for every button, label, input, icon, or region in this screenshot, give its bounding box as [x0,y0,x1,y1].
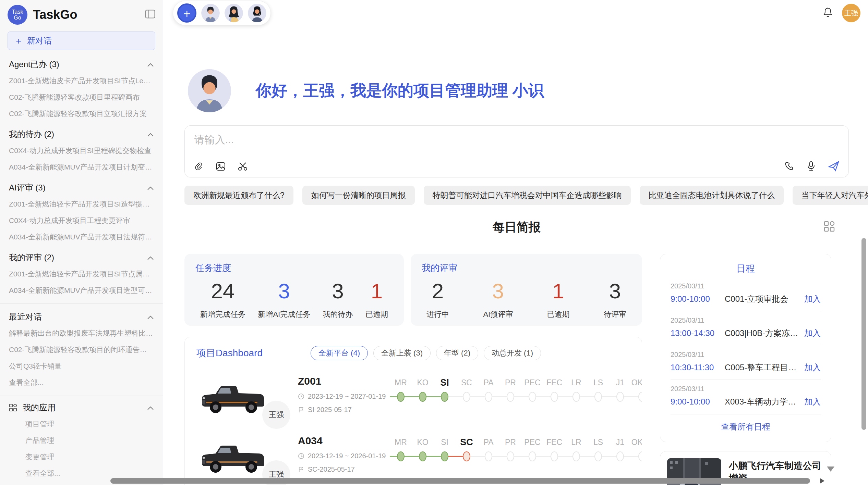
project-row[interactable]: 王强 A034 [196,435,630,480]
sidebar-item[interactable]: Z001-全新燃油轻卡产品开发项目SI节点属性5D文件评审 [0,266,163,282]
sidebar-item[interactable]: C0X4-动力总成开发项目工程变更评审 [0,212,163,229]
milestone[interactable]: PEC [521,376,543,403]
milestone[interactable]: MR [390,376,412,403]
sidebar-toggle-icon[interactable] [145,10,155,20]
milestone-dot-row [412,391,434,403]
horizontal-scrollbar[interactable] [110,478,810,484]
recent-chat-item[interactable]: 公司Q3轻卡销量 [0,358,163,374]
suggestion-chip[interactable]: 欧洲新规最近颁布了什么? [184,186,293,205]
milestone[interactable]: PR [499,376,521,403]
project-row[interactable]: 王强 Z001 [196,375,630,420]
bell-icon[interactable] [823,7,833,19]
suggestion-chip[interactable]: 比亚迪全固态电池计划具体说了什么 [640,186,784,205]
phone-icon[interactable] [784,161,794,171]
milestone[interactable]: OKTB [631,436,642,462]
milestone-dot [441,451,448,461]
scroll-right-arrow[interactable] [820,478,824,484]
milestone[interactable]: LS [587,376,609,403]
scroll-down-arrow[interactable] [827,467,834,472]
milestone[interactable]: SC [456,376,478,403]
schedule-join-link[interactable]: 加入 [804,396,821,407]
suggestion-chip[interactable]: 如何写一份清晰的项目周报 [302,186,415,205]
milestone[interactable]: FEC [543,376,565,403]
layout-toggle-icon[interactable] [823,221,835,234]
milestone[interactable]: SC [456,436,478,462]
milestone[interactable]: MR [390,436,412,462]
dashboard-tab[interactable]: 年型 (2) [436,346,478,360]
chevron-up-icon[interactable] [147,403,154,412]
app-item[interactable]: 变更管理 [0,449,163,465]
chat-input[interactable] [185,126,848,146]
recent-chats-header[interactable]: 最近对话 [0,304,163,325]
recent-view-all[interactable]: 查看全部... [0,374,163,391]
sidebar-item[interactable]: C02-飞腾新能源轻客改款项目里程碑画布 [0,89,163,105]
milestone-dot [616,451,624,461]
sidebar-item[interactable]: C02-飞腾新能源轻客改款项目立项汇报方案 [0,105,163,122]
schedule-join-link[interactable]: 加入 [804,294,821,304]
schedule-join-link[interactable]: 加入 [804,362,821,373]
sidebar-item[interactable]: C0X4-动力总成开发项目SI里程碑提交物检查 [0,142,163,159]
dashboard-tab[interactable]: 全新平台 (4) [311,346,368,360]
sidebar-section-header[interactable]: Agent已办 (3) [0,52,163,73]
milestone[interactable]: J1 [609,376,631,403]
milestone[interactable]: J1 [609,436,631,462]
schedule-event-title: X003-车辆动力学性能验... [725,396,799,407]
user-avatar[interactable]: 王强 [842,4,860,22]
sidebar-section-header[interactable]: 我的评审 (2) [0,245,163,266]
recent-chat-item[interactable]: 解释最新出台的欧盟报废车法规再生塑料比例被调至15%... [0,325,163,341]
app-item[interactable]: 产品管理 [0,432,163,449]
paperclip-icon[interactable] [194,161,204,172]
dashboard-tab[interactable]: 动总开发 (1) [484,346,541,360]
milestone[interactable]: SI [434,436,456,462]
milestone[interactable]: PA [478,436,499,462]
schedule-item: 2025/03/11 13:00-14:30 C003|H0B-方案冻结评审 加… [671,311,821,345]
dashboard-tab[interactable]: 全新上装 (3) [373,346,431,360]
vertical-scrollbar[interactable] [861,238,866,430]
new-chat-button[interactable]: ＋ 新对话 [8,32,155,50]
recent-chat-items: 解释最新出台的欧盟报废车法规再生塑料比例被调至15%... C02-飞腾新能源轻… [0,325,163,374]
sidebar-item[interactable]: A034-全新新能源MUV产品开发项目法规符合性评审 [0,229,163,245]
milestone[interactable]: LR [565,436,587,462]
schedule-join-link[interactable]: 加入 [804,328,821,339]
suggestion-chip[interactable]: 当下年轻人对汽车外观有怎样的喜好趋势 [793,186,868,205]
milestone[interactable]: FEC [543,436,565,462]
my-apps-header[interactable]: 我的应用 [0,397,163,416]
milestone[interactable]: KO [412,376,434,403]
sidebar-item[interactable]: A034-全新新能源MUV产品开发项目造型可行性评审 [0,282,163,299]
sidebar-section-header[interactable]: AI评审 (3) [0,175,163,196]
divider [0,396,163,396]
chevron-up-icon[interactable] [147,312,154,322]
sidebar-item[interactable]: A034-全新新能源MUV产品开发项目计划变更表编写 [0,159,163,175]
milestone[interactable]: LS [587,436,609,462]
send-icon[interactable] [828,161,840,172]
sidebar-item[interactable]: Z001-全新燃油皮卡产品开发项目SI节点Lesson Learn报告 [0,73,163,89]
sidebar-item[interactable]: Z001-全新燃油轻卡产品开发项目SI造型提交物评审 [0,196,163,212]
sidebar-section-header[interactable]: 我的待办 (2) [0,122,163,142]
my-review-title: 我的评审 [422,262,631,274]
scissors-icon[interactable] [238,161,248,172]
milestone[interactable]: SI [434,376,456,403]
app-item[interactable]: 项目管理 [0,416,163,432]
milestone[interactable]: OKTB [631,376,642,403]
milestone[interactable]: KO [412,436,434,462]
chevron-up-icon[interactable] [147,253,154,262]
schedule-view-all[interactable]: 查看所有日程 [671,414,821,434]
suggestion-chip[interactable]: 特朗普可能对进口汽车增税会对中国车企造成哪些影响 [424,186,631,205]
milestone[interactable]: LR [565,376,587,403]
chevron-up-icon[interactable] [147,60,154,69]
sidebar-section-title: 我的评审 (2) [9,252,54,263]
image-icon[interactable] [216,161,226,172]
agent-avatar-1[interactable] [201,4,220,22]
mic-icon[interactable] [806,161,816,171]
milestone[interactable]: PEC [521,436,543,462]
agent-avatar-3[interactable] [248,4,266,22]
stat-item: 3 新增AI完成任务 [258,279,310,320]
recent-chat-item[interactable]: C02-飞腾新能源轻客改款项目的闭环通告反馈情况 [0,341,163,358]
chevron-up-icon[interactable] [147,183,154,192]
milestone-dot-row [478,391,499,403]
milestone[interactable]: PA [478,376,499,403]
chevron-up-icon[interactable] [147,129,154,139]
milestone[interactable]: PR [499,436,521,462]
agent-avatar-2[interactable] [225,4,243,22]
add-agent-button[interactable]: ＋ [177,3,196,23]
